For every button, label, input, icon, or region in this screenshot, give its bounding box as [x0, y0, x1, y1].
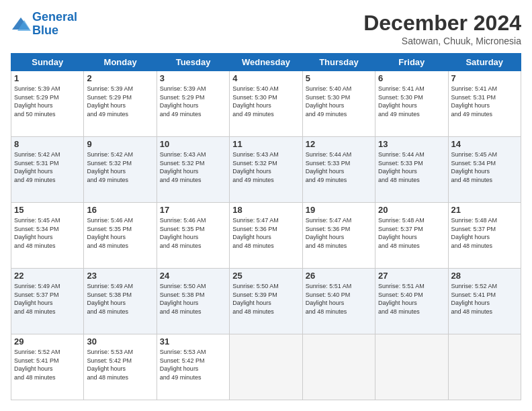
calendar-cell: 30 Sunrise: 5:53 AM Sunset: 5:42 PM Dayl… — [84, 334, 157, 400]
calendar-cell: 20 Sunrise: 5:48 AM Sunset: 5:37 PM Dayl… — [375, 203, 448, 269]
calendar-cell: 6 Sunrise: 5:41 AM Sunset: 5:30 PM Dayli… — [375, 71, 448, 137]
day-number: 6 — [378, 73, 445, 83]
cell-info: Sunrise: 5:41 AM Sunset: 5:31 PM Dayligh… — [451, 85, 518, 118]
day-number: 8 — [14, 139, 81, 149]
cell-info: Sunrise: 5:49 AM Sunset: 5:37 PM Dayligh… — [14, 282, 81, 316]
cell-info: Sunrise: 5:53 AM Sunset: 5:42 PM Dayligh… — [87, 348, 153, 381]
calendar-cell: 3 Sunrise: 5:39 AM Sunset: 5:29 PM Dayli… — [157, 71, 229, 137]
cell-info: Sunrise: 5:40 AM Sunset: 5:30 PM Dayligh… — [232, 85, 299, 118]
calendar-cell: 26 Sunrise: 5:51 AM Sunset: 5:40 PM Dayl… — [302, 269, 375, 334]
day-number: 2 — [87, 73, 153, 83]
cell-info: Sunrise: 5:52 AM Sunset: 5:41 PM Dayligh… — [451, 282, 518, 316]
calendar-cell: 27 Sunrise: 5:51 AM Sunset: 5:40 PM Dayl… — [375, 269, 448, 334]
title-block: December 2024 Satowan, Chuuk, Micronesia — [363, 11, 521, 46]
day-number: 13 — [378, 139, 445, 149]
logo-blue: Blue — [32, 24, 58, 37]
day-number: 15 — [14, 205, 81, 215]
day-header-sunday: Sunday — [11, 54, 84, 71]
cell-info: Sunrise: 5:51 AM Sunset: 5:40 PM Dayligh… — [378, 282, 445, 316]
cell-info: Sunrise: 5:39 AM Sunset: 5:29 PM Dayligh… — [14, 85, 81, 118]
cell-info: Sunrise: 5:48 AM Sunset: 5:37 PM Dayligh… — [451, 216, 518, 250]
calendar-cell: 23 Sunrise: 5:49 AM Sunset: 5:38 PM Dayl… — [84, 269, 157, 334]
day-number: 9 — [87, 139, 153, 149]
calendar-cell: 25 Sunrise: 5:50 AM Sunset: 5:39 PM Dayl… — [230, 269, 302, 334]
cell-info: Sunrise: 5:50 AM Sunset: 5:39 PM Dayligh… — [232, 282, 299, 316]
calendar-cell: 24 Sunrise: 5:50 AM Sunset: 5:38 PM Dayl… — [157, 269, 229, 334]
logo: General Blue — [11, 11, 77, 38]
day-number: 28 — [451, 271, 518, 281]
cell-info: Sunrise: 5:45 AM Sunset: 5:34 PM Dayligh… — [451, 150, 518, 184]
day-number: 10 — [160, 139, 226, 149]
cell-info: Sunrise: 5:42 AM Sunset: 5:31 PM Dayligh… — [14, 150, 81, 184]
cell-info: Sunrise: 5:39 AM Sunset: 5:29 PM Dayligh… — [160, 85, 226, 118]
cell-info: Sunrise: 5:45 AM Sunset: 5:34 PM Dayligh… — [14, 216, 81, 250]
calendar-cell: 16 Sunrise: 5:46 AM Sunset: 5:35 PM Dayl… — [84, 203, 157, 269]
day-number: 16 — [87, 205, 153, 215]
cell-info: Sunrise: 5:39 AM Sunset: 5:29 PM Dayligh… — [87, 85, 153, 118]
calendar-cell: 2 Sunrise: 5:39 AM Sunset: 5:29 PM Dayli… — [84, 71, 157, 137]
cell-info: Sunrise: 5:46 AM Sunset: 5:35 PM Dayligh… — [87, 216, 153, 250]
cell-info: Sunrise: 5:40 AM Sunset: 5:30 PM Dayligh… — [306, 85, 372, 118]
cell-info: Sunrise: 5:47 AM Sunset: 5:36 PM Dayligh… — [232, 216, 299, 250]
cell-info: Sunrise: 5:42 AM Sunset: 5:32 PM Dayligh… — [87, 150, 153, 184]
day-number: 22 — [14, 271, 81, 281]
cell-info: Sunrise: 5:41 AM Sunset: 5:30 PM Dayligh… — [378, 85, 445, 118]
week-row-2: 8 Sunrise: 5:42 AM Sunset: 5:31 PM Dayli… — [11, 137, 521, 203]
cell-info: Sunrise: 5:47 AM Sunset: 5:36 PM Dayligh… — [306, 216, 372, 250]
logo-text: General Blue — [32, 11, 77, 38]
calendar-cell: 9 Sunrise: 5:42 AM Sunset: 5:32 PM Dayli… — [84, 137, 157, 203]
cell-info: Sunrise: 5:53 AM Sunset: 5:42 PM Dayligh… — [160, 348, 226, 381]
day-header-wednesday: Wednesday — [230, 54, 302, 71]
logo-icon — [11, 16, 31, 32]
calendar-cell: 29 Sunrise: 5:52 AM Sunset: 5:41 PM Dayl… — [11, 334, 84, 400]
day-number: 14 — [451, 139, 518, 149]
day-number: 19 — [306, 205, 372, 215]
day-number: 12 — [306, 139, 372, 149]
cell-info: Sunrise: 5:52 AM Sunset: 5:41 PM Dayligh… — [14, 348, 81, 381]
page: General Blue December 2024 Satowan, Chuu… — [0, 0, 532, 411]
day-number: 25 — [232, 271, 299, 281]
day-number: 1 — [14, 73, 81, 83]
calendar-cell: 4 Sunrise: 5:40 AM Sunset: 5:30 PM Dayli… — [230, 71, 302, 137]
day-number: 26 — [306, 271, 372, 281]
day-number: 3 — [160, 73, 226, 83]
calendar-cell — [448, 334, 521, 400]
calendar-cell: 5 Sunrise: 5:40 AM Sunset: 5:30 PM Dayli… — [302, 71, 375, 137]
calendar-cell: 17 Sunrise: 5:46 AM Sunset: 5:35 PM Dayl… — [157, 203, 229, 269]
day-header-tuesday: Tuesday — [157, 54, 229, 71]
calendar-cell: 1 Sunrise: 5:39 AM Sunset: 5:29 PM Dayli… — [11, 71, 84, 137]
location: Satowan, Chuuk, Micronesia — [363, 36, 521, 46]
week-row-5: 29 Sunrise: 5:52 AM Sunset: 5:41 PM Dayl… — [11, 334, 521, 400]
day-number: 5 — [306, 73, 372, 83]
cell-info: Sunrise: 5:48 AM Sunset: 5:37 PM Dayligh… — [378, 216, 445, 250]
day-number: 4 — [232, 73, 299, 83]
day-number: 21 — [451, 205, 518, 215]
day-number: 11 — [232, 139, 299, 149]
calendar-cell: 21 Sunrise: 5:48 AM Sunset: 5:37 PM Dayl… — [448, 203, 521, 269]
day-number: 18 — [232, 205, 299, 215]
calendar-cell: 18 Sunrise: 5:47 AM Sunset: 5:36 PM Dayl… — [230, 203, 302, 269]
day-header-thursday: Thursday — [302, 54, 375, 71]
calendar-cell: 19 Sunrise: 5:47 AM Sunset: 5:36 PM Dayl… — [302, 203, 375, 269]
day-number: 17 — [160, 205, 226, 215]
month-title: December 2024 — [363, 11, 521, 36]
calendar-cell: 12 Sunrise: 5:44 AM Sunset: 5:33 PM Dayl… — [302, 137, 375, 203]
day-header-saturday: Saturday — [448, 54, 521, 71]
days-header-row: SundayMondayTuesdayWednesdayThursdayFrid… — [11, 54, 521, 71]
calendar-cell — [230, 334, 302, 400]
calendar-cell: 10 Sunrise: 5:43 AM Sunset: 5:32 PM Dayl… — [157, 137, 229, 203]
week-row-4: 22 Sunrise: 5:49 AM Sunset: 5:37 PM Dayl… — [11, 269, 521, 334]
day-number: 20 — [378, 205, 445, 215]
cell-info: Sunrise: 5:51 AM Sunset: 5:40 PM Dayligh… — [306, 282, 372, 316]
cell-info: Sunrise: 5:49 AM Sunset: 5:38 PM Dayligh… — [87, 282, 153, 316]
day-number: 31 — [160, 336, 226, 347]
week-row-1: 1 Sunrise: 5:39 AM Sunset: 5:29 PM Dayli… — [11, 71, 521, 137]
calendar: SundayMondayTuesdayWednesdayThursdayFrid… — [11, 53, 521, 400]
cell-info: Sunrise: 5:43 AM Sunset: 5:32 PM Dayligh… — [160, 150, 226, 184]
day-number: 24 — [160, 271, 226, 281]
day-header-friday: Friday — [375, 54, 448, 71]
calendar-cell: 8 Sunrise: 5:42 AM Sunset: 5:31 PM Dayli… — [11, 137, 84, 203]
cell-info: Sunrise: 5:44 AM Sunset: 5:33 PM Dayligh… — [306, 150, 372, 184]
day-number: 7 — [451, 73, 518, 83]
day-number: 23 — [87, 271, 153, 281]
